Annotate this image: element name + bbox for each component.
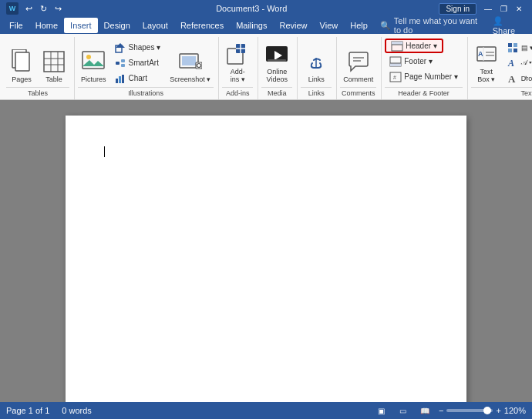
table-icon <box>42 49 66 74</box>
header-button[interactable]: Header ▾ <box>385 39 443 53</box>
sign-in-button[interactable]: Sign in <box>439 3 476 15</box>
svg-rect-18 <box>182 56 196 65</box>
links-button[interactable]: Links <box>301 39 332 85</box>
zoom-thumb[interactable] <box>483 407 491 414</box>
zoom-track[interactable] <box>446 409 493 412</box>
window-controls: — ❐ ✕ <box>481 3 526 14</box>
menu-layout[interactable]: Layout <box>136 18 174 33</box>
document-area <box>0 100 532 402</box>
ribbon-group-tables: Pages Table Tables <box>3 37 75 99</box>
svg-point-8 <box>86 55 91 59</box>
svg-rect-11 <box>116 62 120 65</box>
wordart-button[interactable]: A 𝒜 ▾ <box>503 55 532 70</box>
tables-group-label: Tables <box>6 87 69 99</box>
svg-rect-16 <box>122 75 124 83</box>
close-button[interactable]: ✕ <box>512 3 526 14</box>
svg-rect-47 <box>513 49 517 52</box>
menu-view[interactable]: View <box>314 18 345 33</box>
chart-icon <box>114 72 126 85</box>
ribbon-content: Pages Table Tables Pictures <box>0 34 532 100</box>
quick-parts-button[interactable]: ▤ ▾ <box>503 40 532 55</box>
menu-help[interactable]: Help <box>344 18 374 33</box>
svg-rect-14 <box>116 79 118 83</box>
footer-button[interactable]: Footer ▾ <box>385 54 437 69</box>
table-button[interactable]: Table <box>39 39 69 85</box>
svg-text:A: A <box>507 58 514 69</box>
zoom-control: − + 120% <box>439 406 526 415</box>
comment-button[interactable]: Comment <box>340 39 376 85</box>
menu-mailings[interactable]: Mailings <box>230 18 273 33</box>
svg-rect-46 <box>508 49 512 52</box>
online-videos-button[interactable]: OnlineVideos <box>261 39 292 85</box>
read-view-button[interactable]: 📖 <box>417 404 433 417</box>
chart-button[interactable]: Chart <box>111 71 164 85</box>
search-icon: 🔍 <box>380 21 391 31</box>
web-layout-view-button[interactable]: ▭ <box>396 404 411 417</box>
undo-redo-group: ↩ ↻ ↪ <box>23 3 64 15</box>
svg-rect-13 <box>121 64 125 67</box>
status-right: ▣ ▭ 📖 − + 120% <box>374 404 526 417</box>
menu-insert[interactable]: Insert <box>64 18 98 33</box>
dropcap-icon: A <box>507 72 519 85</box>
svg-rect-1 <box>15 52 29 71</box>
word-count: 0 words <box>62 406 92 415</box>
links-group-label: Links <box>301 87 332 99</box>
ribbon-group-text: A TextBox ▾ ▤ ▾ A 𝒜 ▾ <box>468 37 532 99</box>
zoom-in-button[interactable]: + <box>496 406 500 415</box>
textbox-button[interactable]: A TextBox ▾ <box>471 39 502 85</box>
pages-button[interactable]: Pages <box>6 39 37 85</box>
wordart-icon: A <box>507 57 519 69</box>
smartart-icon <box>114 57 126 69</box>
document-page[interactable] <box>66 116 466 402</box>
svg-rect-45 <box>513 43 517 47</box>
zoom-level: 120% <box>504 406 526 415</box>
ribbon-group-illustrations: Pictures Shapes ▾ SmartArt <box>75 37 219 99</box>
svg-rect-12 <box>121 59 125 62</box>
print-layout-view-button[interactable]: ▣ <box>374 404 389 417</box>
menu-review[interactable]: Review <box>274 18 314 33</box>
pages-icon <box>9 49 34 74</box>
menu-bar: File Home Insert Design Layout Reference… <box>0 17 532 34</box>
collapse-ribbon-button[interactable]: ∧ <box>524 74 529 82</box>
pictures-button[interactable]: Pictures <box>78 39 109 85</box>
links-buttons: Links <box>301 37 332 85</box>
addins-button[interactable]: Add-ins ▾ <box>222 39 253 85</box>
illustrations-small-group: Shapes ▾ SmartArt Chart <box>111 39 164 85</box>
ribbon-group-comments: Comment Comments <box>337 37 382 99</box>
header-icon <box>391 40 403 52</box>
page-number-button[interactable]: # Page Number ▾ <box>385 69 462 84</box>
header-footer-buttons: Header ▾ Footer ▾ # Page Number ▾ <box>385 37 462 85</box>
title-bar-right: Sign in — ❐ ✕ <box>439 3 526 15</box>
addins-icon <box>225 42 250 66</box>
undo-button[interactable]: ↩ <box>23 3 35 15</box>
menu-references[interactable]: References <box>174 18 230 33</box>
ribbon-wrapper: File Home Insert Design Layout Reference… <box>0 17 532 100</box>
media-group-label: Media <box>261 87 292 99</box>
svg-rect-2 <box>44 52 64 72</box>
menu-design[interactable]: Design <box>98 18 136 33</box>
shapes-button[interactable]: Shapes ▾ <box>111 40 164 55</box>
tell-me-input[interactable]: 🔍 Tell me what you want to do <box>374 14 487 37</box>
header-footer-group-label: Header & Footer <box>385 87 462 99</box>
share-button[interactable]: 👤 Share <box>487 14 529 38</box>
minimize-button[interactable]: — <box>481 3 495 14</box>
tell-me-label: Tell me what you want to do <box>394 16 480 35</box>
svg-rect-15 <box>119 76 121 83</box>
links-icon <box>304 49 328 74</box>
redo-button[interactable]: ↪ <box>52 3 64 15</box>
status-left: Page 1 of 1 0 words <box>6 406 92 415</box>
restore-button[interactable]: ❐ <box>497 3 510 14</box>
comments-group-label: Comments <box>340 87 376 99</box>
page-info: Page 1 of 1 <box>6 406 49 415</box>
pictures-icon <box>81 49 106 74</box>
online-videos-icon <box>264 42 289 66</box>
zoom-out-button[interactable]: − <box>439 406 443 415</box>
screenshot-button[interactable]: Screenshot ▾ <box>167 39 214 85</box>
ribbon-group-header-footer: Header ▾ Footer ▾ # Page Number ▾ Header… <box>382 37 467 99</box>
repeat-button[interactable]: ↻ <box>38 3 49 15</box>
menu-file[interactable]: File <box>3 18 29 33</box>
svg-text:A: A <box>478 50 483 58</box>
menu-home[interactable]: Home <box>29 18 64 33</box>
smartart-button[interactable]: SmartArt <box>111 55 164 70</box>
share-icon: 👤 <box>493 16 503 25</box>
